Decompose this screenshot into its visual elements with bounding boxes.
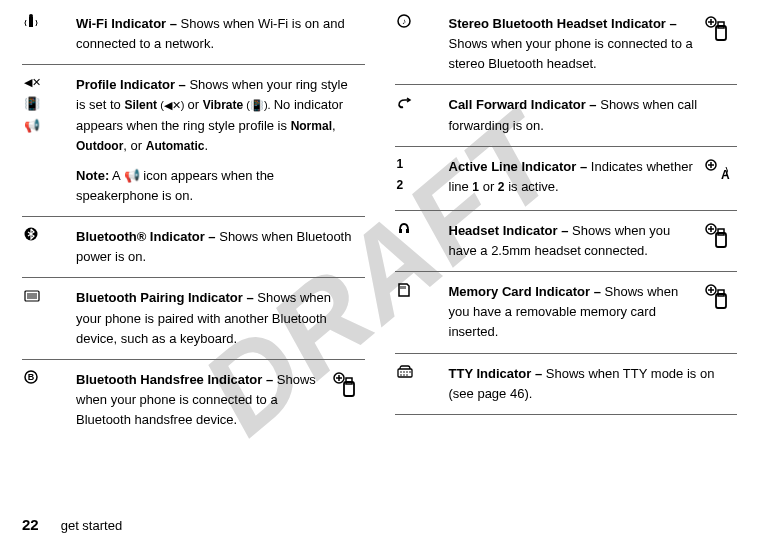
profile-icon: ◀✕ 📳 📢 [22, 75, 76, 206]
headset-title: Headset Indicator – [449, 223, 569, 238]
svg-rect-40 [398, 369, 412, 377]
page-content: Wi-Fi Indicator – Shows when Wi-Fi is on… [0, 0, 759, 480]
row-tty: TTY Indicator – Shows when TTY mode is o… [395, 354, 738, 415]
profile-note: Note: A 📢 icon appears when the speakerp… [76, 166, 359, 206]
accessory-badge-icon [331, 370, 359, 398]
tty-desc: TTY Indicator – Shows when TTY mode is o… [449, 364, 732, 404]
page-number: 22 [22, 516, 39, 533]
bluetooth-title: Bluetooth® Indicator – [76, 229, 216, 244]
wifi-title: Wi-Fi Indicator – [76, 16, 177, 31]
accessory-badge-icon [703, 14, 731, 42]
row-bt-handsfree: B Bluetooth Handsfree Indicator – Shows … [22, 360, 365, 440]
row-bluetooth: Bluetooth® Indicator – Shows when Blueto… [22, 217, 365, 278]
svg-text:B: B [28, 372, 35, 382]
memcard-title: Memory Card Indicator – [449, 284, 601, 299]
tty-icon [395, 364, 449, 404]
profile-desc: Profile Indicator – Shows when your ring… [76, 75, 359, 206]
row-active-line: 1 2 A Active Line Indicator – Indicates … [395, 147, 738, 211]
left-column: Wi-Fi Indicator – Shows when Wi-Fi is on… [22, 10, 365, 480]
row-bt-stereo: ♪ Stereo Bluetooth Headset Indicator – S… [395, 10, 738, 85]
svg-text:A: A [721, 168, 730, 182]
row-call-fwd: Call Forward Indicator – Shows when call… [395, 85, 738, 146]
svg-point-43 [406, 371, 408, 373]
svg-point-42 [403, 371, 405, 373]
svg-rect-20 [718, 22, 724, 28]
svg-point-47 [406, 374, 408, 376]
svg-point-1 [29, 14, 33, 18]
svg-rect-25 [399, 229, 402, 233]
bt-handsfree-desc: Bluetooth Handsfree Indicator – Shows wh… [76, 370, 359, 430]
bluetooth-icon [22, 227, 76, 267]
svg-point-46 [403, 374, 405, 376]
wifi-desc: Wi-Fi Indicator – Shows when Wi-Fi is on… [76, 14, 359, 54]
bt-stereo-title: Stereo Bluetooth Headset Indicator – [449, 16, 677, 31]
bt-pair-desc: Bluetooth Pairing Indicator – Shows when… [76, 288, 359, 348]
section-title: get started [61, 518, 122, 533]
svg-rect-26 [406, 229, 409, 233]
bt-handsfree-title: Bluetooth Handsfree Indicator – [76, 372, 273, 387]
active-line-desc: A Active Line Indicator – Indicates whet… [449, 157, 732, 200]
headset-icon [395, 221, 449, 261]
accessory-badge-icon [703, 221, 731, 249]
row-profile: ◀✕ 📳 📢 Profile Indicator – Shows when yo… [22, 65, 365, 217]
active-line-title: Active Line Indicator – [449, 159, 588, 174]
svg-rect-31 [718, 229, 724, 235]
call-fwd-title: Call Forward Indicator – [449, 97, 597, 112]
bluetooth-desc: Bluetooth® Indicator – Shows when Blueto… [76, 227, 359, 267]
memcard-icon [395, 282, 449, 342]
bt-pair-title: Bluetooth Pairing Indicator – [76, 290, 254, 305]
page-footer: 22get started [22, 516, 122, 533]
svg-rect-39 [718, 290, 724, 296]
row-memcard: Memory Card Indicator – Shows when you h… [395, 272, 738, 353]
row-headset: Headset Indicator – Shows when you have … [395, 211, 738, 272]
call-fwd-icon [395, 95, 449, 135]
bt-stereo-desc: Stereo Bluetooth Headset Indicator – Sho… [449, 14, 732, 74]
svg-point-44 [409, 371, 411, 373]
right-column: ♪ Stereo Bluetooth Headset Indicator – S… [395, 10, 738, 480]
svg-rect-0 [29, 17, 33, 27]
row-wifi: Wi-Fi Indicator – Shows when Wi-Fi is on… [22, 10, 365, 65]
memcard-desc: Memory Card Indicator – Shows when you h… [449, 282, 732, 342]
headset-desc: Headset Indicator – Shows when you have … [449, 221, 732, 261]
call-fwd-desc: Call Forward Indicator – Shows when call… [449, 95, 732, 135]
profile-title: Profile Indicator – [76, 77, 186, 92]
wifi-icon [22, 14, 76, 54]
svg-point-45 [400, 374, 402, 376]
accessory-badge-icon [703, 282, 731, 310]
svg-text:♪: ♪ [402, 17, 406, 26]
bt-pair-icon [22, 288, 76, 348]
svg-rect-13 [346, 378, 352, 384]
active-line-icon: 1 2 [395, 157, 449, 200]
tty-title: TTY Indicator – [449, 366, 543, 381]
row-bt-pair: Bluetooth Pairing Indicator – Shows when… [22, 278, 365, 359]
svg-point-41 [400, 371, 402, 373]
bt-stereo-icon: ♪ [395, 14, 449, 74]
bt-handsfree-icon: B [22, 370, 76, 430]
accessory-badge-icon: A [703, 157, 731, 185]
